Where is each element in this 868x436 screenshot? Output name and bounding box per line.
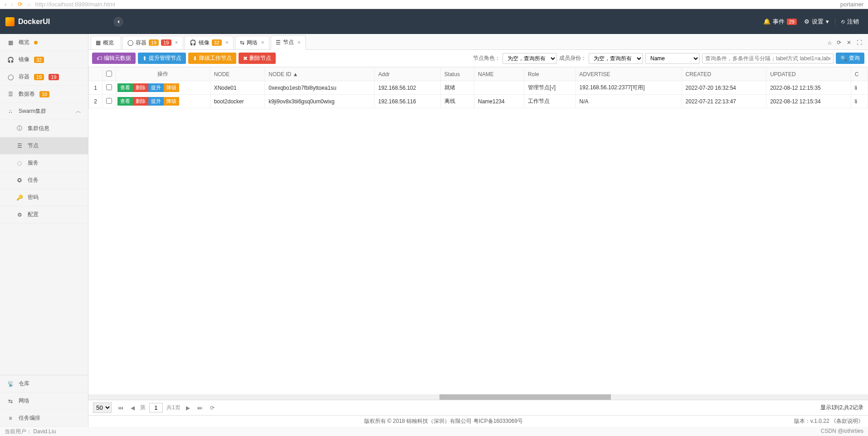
cell-extra: li	[851, 81, 868, 95]
content-area: ▦ 概览 ◯ 容器 19 19 × 🎧 镜像 32 × ⇆ 网络 ×	[88, 34, 868, 427]
cell-advertise: 192.168.56.102:2377[可用]	[575, 81, 682, 95]
row-action-降级[interactable]: 降级	[164, 97, 179, 106]
name-filter-select[interactable]: Name	[645, 53, 700, 64]
col-name[interactable]: NAME	[474, 68, 524, 81]
col-node-id[interactable]: NODE ID ▲	[265, 68, 375, 81]
row-checkbox[interactable]	[106, 98, 112, 104]
close-icon[interactable]: ×	[175, 39, 178, 46]
home-icon[interactable]: ⌂	[828, 39, 831, 46]
sidebar-item-network[interactable]: ⇆ 网络	[0, 392, 88, 410]
sidebar-item-nodes[interactable]: ☰ 节点	[0, 137, 88, 155]
search-button[interactable]: 🔍 查询	[836, 53, 864, 64]
row-checkbox[interactable]	[106, 84, 112, 90]
scrollbar-thumb[interactable]	[439, 394, 611, 400]
row-number: 2	[89, 95, 102, 108]
row-number: 1	[89, 81, 102, 95]
row-action-查看[interactable]: 查看	[117, 83, 133, 92]
col-actions[interactable]: 操作	[116, 68, 210, 81]
sidebar-item-overview[interactable]: ▦ 概览	[0, 34, 88, 51]
sidebar-item-compose[interactable]: ≡ 任务编排	[0, 410, 88, 427]
cell-role: 工作节点	[524, 95, 575, 108]
sidebar-item-secrets[interactable]: 🔑 密码	[0, 189, 88, 206]
row-action-提升[interactable]: 提升	[148, 83, 164, 92]
delete-node-button[interactable]: ✖ 删除节点	[239, 53, 276, 64]
select-all-checkbox[interactable]	[106, 71, 112, 77]
tab-images[interactable]: 🎧 镜像 32 ×	[185, 36, 234, 49]
demote-worker-button[interactable]: ⬇ 降级工作节点	[188, 53, 236, 64]
tab-network[interactable]: ⇆ 网络 ×	[235, 36, 269, 49]
table-row[interactable]: 1 查看删除提升降级 XNode01 0xexqbo1esb7fbl8yttoe…	[89, 81, 868, 95]
cell-advertise: N/A	[575, 95, 682, 108]
col-status[interactable]: Status	[440, 68, 474, 81]
nav-back-icon[interactable]: ‹	[5, 1, 6, 8]
sidebar-item-swarm[interactable]: ⛬ Swarm集群 ︿	[0, 103, 88, 120]
sidebar-item-tasks[interactable]: ✪ 任务	[0, 172, 88, 189]
sidebar-item-images[interactable]: 🎧 镜像 32	[0, 51, 88, 68]
close-icon[interactable]: ×	[297, 39, 301, 46]
first-page-button[interactable]: ⏮	[116, 404, 125, 412]
tab-overview[interactable]: ▦ 概览	[91, 36, 121, 49]
row-action-提升[interactable]: 提升	[148, 97, 164, 106]
row-action-查看[interactable]: 查看	[117, 97, 133, 106]
sidebar-item-config[interactable]: ⚙ 配置	[0, 206, 88, 223]
toolbar: 🏷 编辑元数据 ⬆ 提升管理节点 ⬇ 降级工作节点 ✖ 删除节点 节点角色： 为…	[88, 50, 868, 67]
list-icon: ☰	[276, 39, 281, 46]
col-addr[interactable]: Addr	[375, 68, 441, 81]
col-role[interactable]: Role	[524, 68, 575, 81]
promote-manager-button[interactable]: ⬆ 提升管理节点	[138, 53, 186, 64]
logout-button[interactable]: ⎋ 注销	[838, 18, 863, 26]
close-icon[interactable]: ×	[261, 39, 264, 46]
cell-status: 就绪	[440, 81, 474, 95]
cell-updated: 2022-08-12 12:15:35	[766, 81, 851, 95]
cell-extra: li	[851, 95, 868, 108]
col-node[interactable]: NODE	[210, 68, 265, 81]
tab-nodes[interactable]: ☰ 节点 ×	[271, 35, 306, 50]
search-input[interactable]	[702, 53, 834, 63]
header-back-button[interactable]	[113, 17, 123, 27]
nav-fwd-icon[interactable]: ›	[11, 1, 13, 8]
row-action-删除[interactable]: 删除	[133, 83, 148, 92]
reload-icon[interactable]: ⟳	[18, 1, 23, 8]
row-action-删除[interactable]: 删除	[133, 97, 148, 106]
status-bar: 当前用户： David.Liu CSDN @iothirties	[0, 427, 868, 436]
row-action-降级[interactable]: 降级	[164, 83, 179, 92]
row-actions: 查看删除提升降级	[116, 95, 210, 108]
url-bar[interactable]: http://localhost:8999/main.html	[35, 1, 836, 8]
close-all-icon[interactable]: ✕	[847, 39, 851, 46]
sidebar-item-services[interactable]: ◌ 服务	[0, 155, 88, 172]
tab-containers[interactable]: ◯ 容器 19 19 ×	[122, 36, 183, 49]
loader-icon: ◌	[16, 160, 23, 166]
col-created[interactable]: CREATED	[682, 68, 766, 81]
role-filter-select[interactable]: 为空，查询所有	[502, 53, 557, 64]
edit-metadata-button[interactable]: 🏷 编辑元数据	[92, 53, 136, 64]
home-icon[interactable]: ⌂	[27, 1, 31, 8]
page-input[interactable]	[149, 403, 163, 412]
close-icon[interactable]: ×	[225, 39, 229, 46]
sidebar-item-cluster-info[interactable]: ⓘ 集群信息	[0, 120, 88, 137]
fullscreen-icon[interactable]: ⛶	[857, 39, 862, 46]
events-button[interactable]: 🔔 事件 29	[760, 18, 800, 26]
refresh-icon[interactable]: ⟳	[837, 39, 841, 46]
member-filter-label: 成员身份：	[559, 54, 586, 62]
next-page-button[interactable]: ▶	[184, 404, 192, 412]
prev-page-button[interactable]: ◀	[129, 404, 137, 412]
table-row[interactable]: 2 查看删除提升降级 boot2docker k9ji9ov8x3tii6gsq…	[89, 95, 868, 108]
grid-icon: ▦	[96, 39, 101, 46]
cell-node-id: 0xexqbo1esb7fbl8yttoea1su	[265, 81, 375, 95]
refresh-page-button[interactable]: ⟳	[208, 404, 216, 412]
col-updated[interactable]: UPDATED	[766, 68, 851, 81]
page-size-select[interactable]: 50	[93, 402, 112, 413]
events-count-badge: 29	[787, 19, 797, 25]
settings-button[interactable]: ⚙ 设置 ▾	[800, 18, 833, 26]
sidebar-item-containers[interactable]: ◯ 容器 19 19	[0, 68, 88, 86]
sidebar-item-volumes[interactable]: ☰ 数据卷 10	[0, 86, 88, 103]
app-header: DockerUI 🔔 事件 29 ⚙ 设置 ▾ ⎋ 注销	[0, 9, 868, 34]
horizontal-scrollbar[interactable]	[88, 394, 868, 400]
grid-icon: ▦	[7, 39, 14, 46]
col-advertise[interactable]: ADVERTISE	[575, 68, 682, 81]
status-dot-icon	[34, 41, 38, 44]
sidebar-item-registry[interactable]: 📡 仓库	[0, 375, 88, 392]
member-filter-select[interactable]: 为空，查询所有	[589, 53, 643, 64]
last-page-button[interactable]: ⏭	[195, 404, 205, 412]
current-user-value: David.Liu	[33, 428, 56, 435]
